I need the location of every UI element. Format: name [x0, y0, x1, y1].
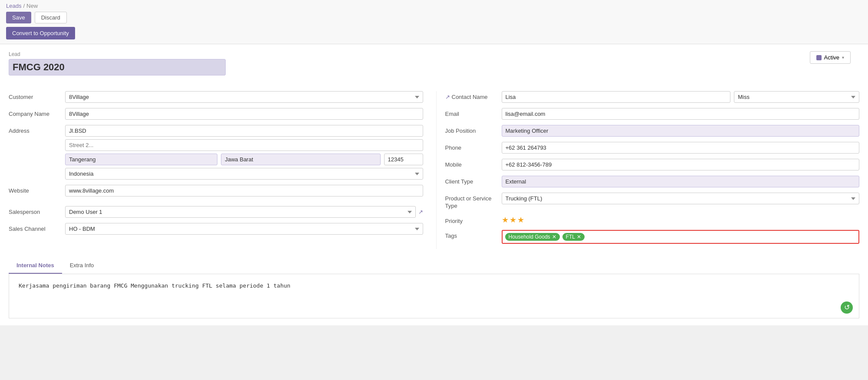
lead-label: Lead — [9, 51, 859, 57]
salesperson-row: Salesperson Demo User 1 ↗ — [9, 206, 423, 218]
city-input[interactable] — [65, 154, 217, 165]
client-type-label: Client Type — [445, 176, 502, 185]
address-row: Address Jawa Barat Jawa Timur DKI Jakart… — [9, 125, 423, 180]
customer-select[interactable]: 8Village — [65, 91, 423, 103]
email-row: Email — [445, 108, 860, 120]
priority-row: Priority ★ ★ ★ — [445, 215, 860, 225]
client-type-field: External Internal — [502, 176, 860, 187]
tag-ftl[interactable]: FTL ✕ — [562, 233, 585, 241]
website-label: Website — [9, 185, 65, 194]
salesperson-select[interactable]: Demo User 1 — [65, 206, 416, 218]
product-service-row: Product or Service Type Trucking (FTL) T… — [445, 193, 860, 210]
tags-label: Tags — [445, 230, 502, 239]
job-position-field — [502, 125, 860, 137]
customer-label: Customer — [9, 91, 65, 100]
form-left: Customer 8Village Company Name — [9, 91, 436, 249]
customer-field: 8Village — [65, 91, 423, 103]
sales-channel-label: Sales Channel — [9, 223, 65, 232]
page-wrapper: Leads / New Save Discard Convert to Oppo… — [0, 0, 868, 380]
email-input[interactable] — [502, 108, 860, 120]
internal-notes-textarea[interactable] — [15, 280, 853, 311]
tag-ftl-label: FTL — [566, 234, 575, 240]
form-right: ↗ Contact Name Miss Mr Mrs Dr — [436, 91, 860, 249]
convert-to-opportunity-button[interactable]: Convert to Opportunity — [6, 27, 75, 39]
company-name-label: Company Name — [9, 108, 65, 117]
sales-channel-field: HO - BDM — [65, 223, 423, 235]
salesperson-label: Salesperson — [9, 206, 65, 215]
website-field — [65, 185, 423, 197]
notes-submit-icon[interactable]: ↺ — [841, 301, 853, 314]
status-button[interactable]: Active ▾ — [810, 51, 851, 64]
client-type-select[interactable]: External Internal — [502, 176, 860, 187]
mobile-row: Mobile — [445, 159, 860, 170]
job-position-input[interactable] — [502, 125, 860, 137]
product-service-select[interactable]: Trucking (FTL) Trucking (LTL) Warehouse — [502, 193, 860, 204]
address-field: Jawa Barat Jawa Timur DKI Jakarta Indone… — [65, 125, 423, 180]
country-select[interactable]: Indonesia Malaysia — [65, 168, 423, 180]
tags-field: Household Goods ✕ FTL ✕ — [502, 230, 860, 244]
website-row: Website — [9, 185, 423, 197]
street2-input[interactable] — [65, 139, 423, 151]
tag-household-goods-remove[interactable]: ✕ — [552, 234, 556, 240]
form-body: Customer 8Village Company Name — [9, 82, 859, 249]
contact-first-name-input[interactable] — [502, 91, 731, 103]
mobile-input[interactable] — [502, 159, 860, 170]
sales-channel-select[interactable]: HO - BDM — [65, 223, 423, 235]
contact-name-field: Miss Mr Mrs Dr — [502, 91, 860, 103]
website-input[interactable] — [65, 185, 423, 197]
salesperson-field: Demo User 1 ↗ — [65, 206, 423, 218]
product-service-label: Product or Service Type — [445, 193, 502, 210]
notes-area: ↺ — [9, 274, 859, 318]
save-button[interactable]: Save — [6, 12, 31, 23]
job-position-label: Job Position — [445, 125, 502, 134]
breadcrumb: Leads / New — [6, 3, 862, 9]
breadcrumb-current: New — [26, 3, 38, 9]
contact-name-row: ↗ Contact Name Miss Mr Mrs Dr — [445, 91, 860, 103]
priority-label: Priority — [445, 215, 502, 224]
tab-extra-info[interactable]: Extra Info — [62, 258, 102, 274]
phone-input[interactable] — [502, 142, 860, 154]
tags-container[interactable]: Household Goods ✕ FTL ✕ — [502, 230, 860, 244]
star-3[interactable]: ★ — [517, 215, 524, 225]
status-icon — [816, 55, 822, 60]
tag-ftl-remove[interactable]: ✕ — [577, 234, 581, 240]
mobile-field — [502, 159, 860, 170]
tag-household-goods[interactable]: Household Goods ✕ — [505, 233, 560, 241]
breadcrumb-separator: / — [23, 3, 25, 9]
customer-row: Customer 8Village — [9, 91, 423, 103]
discard-button[interactable]: Discard — [35, 12, 67, 23]
zip-input[interactable] — [384, 154, 423, 165]
salesperson-link-icon[interactable]: ↗ — [418, 209, 423, 215]
form-card: Active ▾ Lead Customer 8Village — [0, 44, 868, 325]
phone-row: Phone — [445, 142, 860, 154]
address-label: Address — [9, 125, 65, 134]
contact-link-icon[interactable]: ↗ — [445, 94, 450, 100]
priority-stars[interactable]: ★ ★ ★ — [502, 215, 860, 225]
star-1[interactable]: ★ — [502, 215, 509, 225]
company-name-input[interactable] — [65, 108, 423, 120]
company-name-row: Company Name — [9, 108, 423, 120]
priority-field: ★ ★ ★ — [502, 215, 860, 225]
status-dropdown-icon: ▾ — [842, 55, 844, 60]
tab-internal-notes[interactable]: Internal Notes — [9, 258, 62, 274]
email-field — [502, 108, 860, 120]
state-select[interactable]: Jawa Barat Jawa Timur DKI Jakarta — [221, 154, 380, 165]
contact-name-label: ↗ Contact Name — [445, 91, 502, 100]
contact-title-select[interactable]: Miss Mr Mrs Dr — [734, 91, 859, 103]
tabs: Internal Notes Extra Info — [9, 258, 859, 274]
street1-input[interactable] — [65, 125, 423, 137]
client-type-row: Client Type External Internal — [445, 176, 860, 187]
star-2[interactable]: ★ — [510, 215, 516, 225]
top-section: Leads / New Save Discard Convert to Oppo… — [0, 0, 868, 44]
sales-channel-row: Sales Channel HO - BDM — [9, 223, 423, 235]
job-position-row: Job Position — [445, 125, 860, 137]
lead-title-input[interactable] — [9, 59, 226, 75]
email-label: Email — [445, 108, 502, 117]
breadcrumb-leads[interactable]: Leads — [6, 3, 21, 9]
phone-field — [502, 142, 860, 154]
tags-row: Tags Household Goods ✕ FTL ✕ — [445, 230, 860, 244]
tag-household-goods-label: Household Goods — [509, 234, 550, 240]
company-name-field — [65, 108, 423, 120]
phone-label: Phone — [445, 142, 502, 151]
product-service-field: Trucking (FTL) Trucking (LTL) Warehouse — [502, 193, 860, 204]
